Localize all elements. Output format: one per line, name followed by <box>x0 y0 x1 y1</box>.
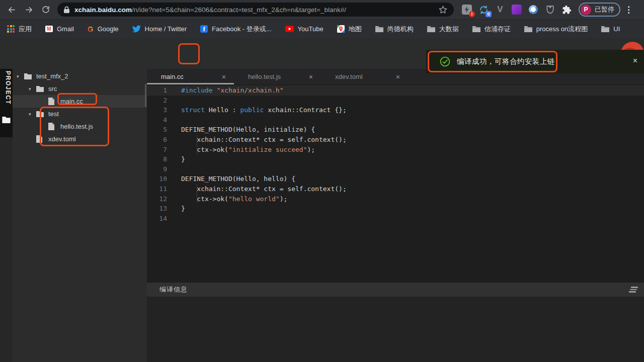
line-number: 12 <box>147 194 167 204</box>
bookmark-item[interactable]: MGmail <box>45 25 74 33</box>
tab-main-cc[interactable]: main.cc× <box>147 69 234 84</box>
toast-close-button[interactable]: × <box>633 56 637 65</box>
chevron-down-icon[interactable]: ▾ <box>29 112 36 117</box>
facebook-icon: f <box>200 25 208 33</box>
code-line: 6 xchain::Context* ctx = self.context(); <box>147 135 644 145</box>
chevron-down-icon[interactable]: ▾ <box>29 86 36 92</box>
bookmark-item[interactable]: UI <box>601 25 620 33</box>
power-extension-button[interactable]: ! <box>461 4 473 16</box>
tab-label: main.cc <box>161 73 184 80</box>
code-line: 11 xchain::Context* ctx = self.context()… <box>147 184 644 194</box>
tree-item-label: src <box>48 85 57 93</box>
reload-icon <box>41 5 50 14</box>
tree-item-label: hello.test.js <box>60 123 93 130</box>
bookmark-item[interactable]: Home / Twitter <box>132 25 187 33</box>
axure-extension-button[interactable] <box>511 4 523 16</box>
line-number: 13 <box>147 204 167 214</box>
tab-close-icon[interactable]: × <box>222 73 226 81</box>
profile-button[interactable]: P 已暂停 <box>579 3 620 17</box>
bookmark-item[interactable]: 尚德机构 <box>375 25 414 34</box>
bookmark-label: YouTube <box>298 25 324 33</box>
line-number: 14 <box>147 214 167 224</box>
code-editor[interactable]: 1#include "xchain/xchain.h"23struct Hell… <box>147 85 644 293</box>
tree-item-test-mfx-2[interactable]: ▾test_mfx_2 <box>13 70 147 82</box>
bookmark-label: Google <box>98 25 119 33</box>
screen: xchain.baidu.com/n/ide?net=5&chain=2606&… <box>0 0 644 362</box>
back-button[interactable] <box>3 1 20 18</box>
bookmark-item[interactable]: 应用 <box>7 25 32 34</box>
code-line: 12 ctx->ok("hello world"); <box>147 194 644 204</box>
sync-extension-button[interactable]: 0 <box>477 4 490 16</box>
extensions-row: !0V <box>461 4 573 16</box>
bookmark-label: UI <box>613 25 620 33</box>
reload-button[interactable] <box>37 1 54 18</box>
sidebar-scrollbar[interactable] <box>145 84 146 107</box>
check-circle-icon <box>440 56 450 67</box>
google-icon: G <box>88 25 94 33</box>
indent-guide <box>197 194 197 204</box>
code-line: 7 ctx->ok("initialize succeed"); <box>147 145 644 155</box>
chevron-down-icon[interactable]: ▾ <box>17 74 24 79</box>
bookmark-item[interactable]: YouTube <box>285 25 324 33</box>
bookmark-item[interactable]: process on流程图 <box>524 25 588 34</box>
line-number: 5 <box>147 125 167 135</box>
lock-icon <box>63 6 70 14</box>
url-bar[interactable]: xchain.baidu.com/n/ide?net=5&chain=2606&… <box>57 3 454 17</box>
forward-arrow-icon <box>24 5 34 15</box>
line-number: 4 <box>147 115 167 125</box>
ring-extension-button[interactable] <box>527 4 539 16</box>
bookmark-label: process on流程图 <box>536 25 588 34</box>
tree-item-main-cc[interactable]: main.cc <box>13 95 147 108</box>
folder-icon <box>375 26 383 32</box>
bookmark-label: 大数据 <box>439 25 459 34</box>
word-wrap-icon[interactable] <box>629 287 636 293</box>
indent-guide <box>197 145 197 155</box>
tab-close-icon[interactable]: × <box>309 73 313 81</box>
bookmark-item[interactable]: 信浦存证 <box>472 25 511 34</box>
profile-status: 已暂停 <box>595 5 614 14</box>
bookmark-item[interactable]: 地图 <box>337 25 362 34</box>
puzzle-extension-button[interactable] <box>560 4 573 16</box>
code-line: 13} <box>147 204 644 214</box>
project-folder-icon[interactable] <box>2 116 11 125</box>
activity-bar <box>0 69 13 362</box>
browser-menu-button[interactable]: ⋮ <box>624 5 633 15</box>
url-text: xchain.baidu.com/n/ide?net=5&chain=2606&… <box>74 6 438 14</box>
tab-xdev-toml[interactable]: xdev.toml× <box>321 69 408 84</box>
twitter-icon <box>132 25 141 33</box>
bookmark-label: 尚德机构 <box>387 25 414 34</box>
folder-icon <box>24 73 32 79</box>
bookmark-item[interactable]: fFacebook - 登录或... <box>200 25 271 34</box>
tab-label: hello.test.js <box>248 73 281 80</box>
file-icon <box>48 98 54 105</box>
tree-item-hello-test-js[interactable]: hello.test.js <box>13 120 147 133</box>
vue-extension-icon: V <box>497 5 503 15</box>
code-line: 3struct Hello : public xchain::Contract … <box>147 105 644 115</box>
shield-extension-button[interactable] <box>544 4 556 16</box>
tab-label: xdev.toml <box>335 73 363 80</box>
bookmark-item[interactable]: GGoogle <box>88 25 119 33</box>
tab-hello-test-js[interactable]: hello.test.js× <box>234 69 321 84</box>
forward-button[interactable] <box>20 1 37 18</box>
tree-item-test[interactable]: ▾test <box>13 108 147 120</box>
folder-icon <box>524 26 532 32</box>
code-line: 10DEFINE_METHOD(Hello, hello) { <box>147 174 644 184</box>
bookmark-item[interactable]: 大数据 <box>427 25 459 34</box>
bookmark-star-button[interactable] <box>438 5 448 15</box>
tree-item-src[interactable]: ▾src <box>13 82 147 95</box>
puzzle-extension-icon <box>562 5 572 15</box>
bookmark-label: Gmail <box>57 25 74 33</box>
project-panel-label: PROJECT <box>5 71 12 105</box>
tree-item-label: xdev.toml <box>48 135 76 143</box>
compile-info-panel-header: 编译信息 <box>147 283 644 297</box>
maps-icon <box>337 25 345 33</box>
extension-badge: 0 <box>486 11 492 17</box>
browser-toolbar: xchain.baidu.com/n/ide?net=5&chain=2606&… <box>0 0 644 19</box>
youtube-icon <box>285 26 294 32</box>
compile-info-title: 编译信息 <box>159 285 188 294</box>
file-explorer: ▾test_mfx_2▾srcmain.cc▾testhello.test.js… <box>13 69 147 362</box>
tab-close-icon[interactable]: × <box>396 73 400 81</box>
tree-item-xdev-toml[interactable]: xdev.toml <box>13 133 147 145</box>
toast-message: 编译成功，可将合约安装上链 <box>457 57 555 66</box>
vue-extension-button[interactable]: V <box>494 4 506 16</box>
